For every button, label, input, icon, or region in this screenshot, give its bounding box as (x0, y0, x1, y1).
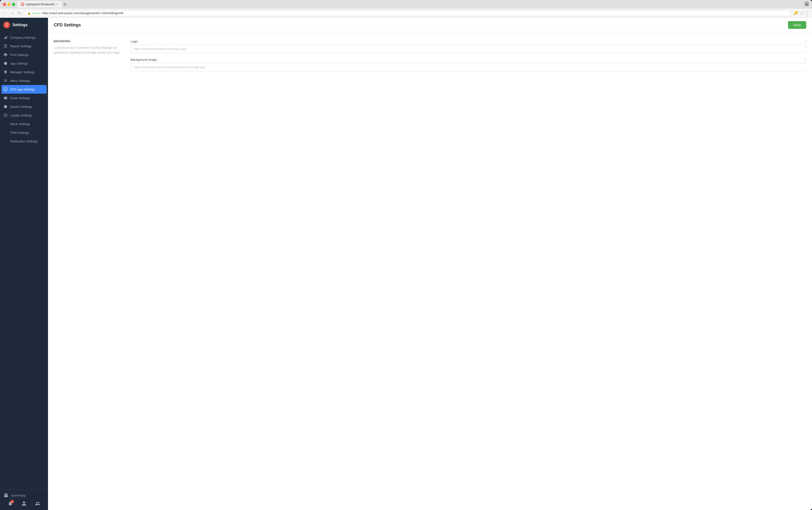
tab-favicon (21, 3, 24, 6)
profile-icon[interactable] (804, 1, 809, 7)
logo-label: Logo ℹ (130, 39, 806, 43)
sidebar-item-notification[interactable]: Notification Settings (0, 137, 48, 145)
sidebar-item-label: Email Settings (10, 96, 30, 100)
content-body: BRANDING Customize your Customer Facing … (48, 32, 812, 83)
background-field-group: Background Image ℹ (130, 58, 806, 71)
gear-icon (3, 105, 8, 109)
background-label-text: Background Image (130, 58, 157, 61)
active-tab[interactable]: Lightspeed Restaurant ✕ (18, 1, 62, 8)
lock-icon: 🔒 (27, 11, 31, 15)
svg-rect-3 (4, 37, 5, 39)
sidebar-item-label: Stock Settings (10, 122, 30, 126)
branding-section: BRANDING Customize your Customer Facing … (54, 39, 806, 76)
document-icon (3, 44, 8, 48)
logo-label-text: Logo (130, 39, 138, 43)
url-bar[interactable]: 🔒 Secure https://nae2-web.posios.com/man… (24, 10, 791, 16)
sidebar-item-label: Menu Settings (10, 79, 30, 83)
print-icon (3, 53, 8, 57)
section-label: BRANDING (54, 39, 121, 43)
title-bar: Lightspeed Restaurant ✕ ⊕ (0, 0, 812, 9)
sidebar-item-label: Print Settings (10, 53, 29, 57)
key-icon: 🔑 (793, 11, 798, 16)
url-text: https://nae2-web.posios.com/management/e… (42, 11, 123, 15)
sidebar-item-loyalty[interactable]: Loyalty Settings (0, 111, 48, 120)
page-title: CFD Settings (54, 23, 81, 28)
close-button[interactable] (3, 3, 6, 6)
forward-button[interactable]: → (10, 10, 15, 16)
sidebar-item-label: Notification Settings (10, 140, 38, 143)
svg-rect-8 (4, 80, 7, 81)
sidebar-item-company[interactable]: Company Settings (0, 33, 48, 42)
logo-info-icon[interactable]: ℹ (805, 39, 806, 43)
star-icon[interactable]: ☆ (800, 11, 803, 16)
sidebar-item-label: Manager Settings (10, 70, 35, 74)
stock-icon (3, 122, 8, 126)
menu-icon (3, 79, 8, 83)
svg-point-2 (806, 2, 807, 4)
sidebar-item-label: App Settings (10, 62, 28, 65)
bar-chart-icon (3, 35, 8, 39)
user-button[interactable] (21, 501, 27, 507)
tab-title: Lightspeed Restaurant (26, 3, 55, 6)
sidebar-item-label: CFD App Settings (10, 88, 35, 91)
save-button[interactable]: Save (788, 21, 806, 29)
minimize-button[interactable] (7, 3, 10, 6)
sidebar-item-label: Company Settings (10, 36, 35, 39)
svg-rect-9 (4, 81, 7, 82)
app-logo (3, 22, 10, 28)
sidebar-item-menu[interactable]: Menu Settings (0, 76, 48, 85)
content-header: CFD Settings Save (48, 18, 812, 32)
switch-user-button[interactable] (35, 501, 40, 507)
browser-window: Lightspeed Restaurant ✕ ⊕ ← → ↻ 🔒 Secure… (0, 0, 812, 510)
main-content: CFD Settings Save BRANDING Customize you… (48, 18, 812, 510)
store-name: Sushi Party (11, 494, 26, 497)
sidebar-item-manager[interactable]: Manager Settings (0, 68, 48, 76)
notification-badge: 1 (10, 500, 14, 503)
back-button[interactable]: ← (3, 10, 8, 16)
sidebar-header: Settings (0, 18, 48, 32)
fdm-icon (3, 131, 8, 135)
nav-bar: ← → ↻ 🔒 Secure https://nae2-web.posios.c… (0, 9, 812, 18)
sidebar-item-invoice[interactable]: Invoice Settings (0, 102, 48, 111)
sidebar-item-label: Report Settings (10, 45, 32, 48)
section-description: Customize your Customer Facing Displays … (54, 46, 121, 55)
fullscreen-button[interactable] (12, 3, 15, 6)
sidebar-item-label: Loyalty Settings (10, 114, 32, 117)
sidebar-item-print[interactable]: Print Settings (0, 50, 48, 59)
sidebar-item-report[interactable]: Report Settings (0, 42, 48, 50)
new-tab-button[interactable]: ⊕ (63, 2, 67, 6)
traffic-lights (3, 3, 15, 6)
layers-icon (3, 70, 8, 74)
notifications-button[interactable]: 1 (8, 501, 13, 507)
nav-actions: 🔑 ☆ ⋮ (793, 11, 809, 16)
app-icon (3, 61, 8, 65)
store-icon (3, 493, 9, 499)
sidebar-item-stock[interactable]: Stock Settings (0, 120, 48, 128)
menu-dots-icon[interactable]: ⋮ (805, 11, 809, 16)
sidebar-item-cfd[interactable]: CFD App Settings (1, 85, 47, 94)
svg-point-10 (5, 106, 6, 107)
monitor-icon (3, 87, 8, 91)
sidebar-item-fdm[interactable]: FDM Settings (0, 128, 48, 137)
background-info-icon[interactable]: ℹ (805, 58, 806, 61)
logo-field-group: Logo ℹ (130, 39, 806, 53)
reload-button[interactable]: ↻ (17, 10, 21, 16)
logo-input[interactable] (130, 45, 806, 53)
section-fields: Logo ℹ Background Image ℹ (130, 39, 806, 76)
sidebar-item-email[interactable]: Email Settings (0, 94, 48, 102)
svg-rect-5 (6, 36, 7, 39)
sidebar: Settings Company Settings Report Setting… (0, 18, 48, 510)
sidebar-item-label: Invoice Settings (10, 105, 32, 109)
app-container: Settings Company Settings Report Setting… (0, 18, 812, 510)
section-info: BRANDING Customize your Customer Facing … (54, 39, 121, 76)
svg-rect-4 (5, 37, 6, 39)
sidebar-item-app[interactable]: App Settings (0, 59, 48, 68)
sidebar-footer: Sushi Party 1 (0, 489, 48, 510)
tab-close-button[interactable]: ✕ (56, 3, 58, 6)
background-input[interactable] (130, 63, 806, 71)
notification-icon (3, 139, 8, 143)
store-info: Sushi Party (3, 493, 44, 499)
footer-actions: 1 (3, 501, 44, 507)
background-label: Background Image ℹ (130, 58, 806, 61)
sidebar-nav: Company Settings Report Settings Print S… (0, 32, 48, 489)
